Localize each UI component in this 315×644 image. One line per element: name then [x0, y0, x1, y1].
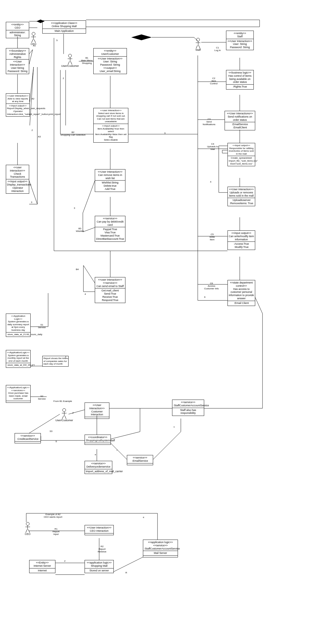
- label-c1: C1 Log in: [214, 47, 221, 52]
- monthly-report: <<ApplicationLogic>>System generates a m…: [6, 350, 31, 368]
- wishlist: <<User Interaction>>Can remove items in …: [95, 169, 125, 192]
- svg-line-63: [111, 443, 127, 459]
- label-b4: B4: [76, 268, 79, 271]
- user-customer: <<entity>>User/Customer<<User Interactio…: [93, 48, 127, 74]
- label-a2: A2: [32, 98, 34, 100]
- label-r21: 2: [64, 560, 65, 563]
- svg-line-71: [255, 298, 262, 314]
- select-store: <<user interaction>>Select and store ite…: [93, 108, 128, 143]
- label-c51: 5: [56, 39, 57, 42]
- svg-line-7: [29, 50, 33, 64]
- internet-server: <<Entity>>Internet ServerInternet: [29, 560, 55, 573]
- svg-line-8: [30, 67, 34, 102]
- payment: <<service>>Can pay by debit/credit cardP…: [95, 216, 125, 242]
- item-control: <<business logic>>Has control of items b…: [226, 70, 254, 90]
- label-s26: v: [174, 426, 175, 428]
- label-a3: A3: [38, 136, 41, 138]
- label-c3: C3 Send Notifications: [203, 118, 216, 126]
- uploads: <<User Interaction>>Uploads or removes i…: [228, 187, 255, 206]
- dept-control: <<state department control>>Has access t…: [228, 280, 255, 306]
- label-a21: 2: [32, 129, 33, 132]
- label-r24: e: [143, 516, 144, 519]
- staff-actor: Staff: [195, 38, 201, 51]
- ceo-actor: CEO: [31, 32, 36, 46]
- shopping-mall-staff: <<coordinator>>Shoppingmallsystemstaff: [85, 435, 111, 445]
- staff-account: <<service>>:StaffCustomerAccountServiceS…: [172, 400, 204, 416]
- label-c5: C5 Write Item: [209, 233, 215, 241]
- ceo-actor-2: CEO: [25, 522, 31, 536]
- label-b2: B2 Shopping Cart Selection: [60, 131, 85, 136]
- check-trans: <<user interaction>>Check Transactions<<…: [6, 165, 29, 194]
- label-r2: R2 Report Retreive: [98, 545, 106, 553]
- label-c6: C6 Access Customer Info: [204, 282, 219, 290]
- email-staff: <<user interaction>><<service>>Can send …: [95, 277, 125, 303]
- send-notif: <<User Interactions>>Send notifications …: [225, 111, 255, 130]
- label-b3: B3 Wishlist: [76, 228, 84, 233]
- label-r1: R1 Report Input: [52, 528, 60, 536]
- shopping-mall: <<application logic>>Shopping MallStored…: [85, 560, 114, 573]
- view-reports: <<user interaction>>Able to view reports…: [6, 93, 30, 117]
- label-b1: B1 Main Menu Shopping: [81, 57, 93, 64]
- label-s24: e: [95, 454, 96, 456]
- cust-interaction: <<User Interaction>>Customer Interaction: [85, 402, 109, 419]
- svg-line-28: [83, 181, 95, 213]
- label-s1: S1 Service: [38, 324, 46, 329]
- label-s2: S2 Service: [38, 395, 46, 400]
- label-examplea2: Example of A2 CEO wants report: [44, 513, 62, 519]
- user-actor: User/Customer: [61, 54, 79, 67]
- svg-marker-1: [131, 34, 152, 40]
- daily-report: <<Application Logic>>System generates a …: [6, 314, 31, 337]
- purchase-email: <<ApplicationLogic>> <<services>>Once pu…: [6, 385, 31, 403]
- diamond-center: [131, 34, 152, 40]
- label-fromb1: From B1 Example: [53, 400, 72, 403]
- label-c61: 6: [204, 296, 205, 299]
- modify: <<input output>>Can write/modify item in…: [228, 230, 255, 250]
- label-b21: 2: [63, 77, 64, 80]
- label-a1: A1: [33, 45, 36, 47]
- label-r23: R: [125, 572, 127, 574]
- label-c41: 4: [210, 181, 211, 183]
- staff-entity: <<entity>>Staff<<User Interaction>>User:…: [226, 31, 254, 50]
- svg-line-68: [153, 432, 181, 459]
- label-c4: C4 Uploads to Mall: [207, 143, 218, 150]
- admin-rights: <<boundary>>Administrative Rights<<User …: [6, 48, 29, 74]
- label-a31: 3: [31, 201, 32, 204]
- mail-server: <<application logic>> <<service>>:StaffC…: [143, 540, 178, 557]
- svg-marker-0: [36, 20, 45, 23]
- svg-line-33: [83, 265, 95, 283]
- label-s25: r: [117, 449, 118, 452]
- ceo-interaction: <<User interaction>>CEO Interaction: [85, 525, 114, 535]
- report-note: Report shows the info of companies sales…: [42, 356, 69, 367]
- delivery: <<service>>DeliveryorderserviceImport_ad…: [85, 461, 112, 474]
- svg-line-66: [111, 432, 140, 439]
- refill: <<input output>>Responsible for refillin…: [228, 143, 255, 166]
- svg-line-6: [29, 50, 33, 54]
- svg-line-29: [83, 228, 95, 232]
- svg-line-9: [30, 67, 34, 125]
- diamond-left: [36, 20, 45, 23]
- label-s3: S3: [50, 430, 52, 433]
- email-service: <<service>>:EmailService: [127, 455, 153, 465]
- svg-line-77: [114, 557, 143, 572]
- label-c31: 3: [164, 132, 165, 135]
- label-c2: C2 Item Control: [210, 77, 218, 85]
- app-class: <<Application Class>>Online Shopping Mal…: [42, 20, 86, 34]
- label-s21: 2: [72, 412, 74, 414]
- label-b41: 4: [85, 293, 86, 296]
- label-s11: 1: [31, 365, 32, 367]
- user-actor-2: User/Customer: [55, 408, 73, 422]
- label-b31: 3: [74, 207, 75, 210]
- label-s23: S: [55, 440, 57, 443]
- ceo-entity: <<entity>>CEOadministrator: String: [6, 22, 29, 38]
- credit-card: <<service>>:CreditcardService: [15, 433, 41, 443]
